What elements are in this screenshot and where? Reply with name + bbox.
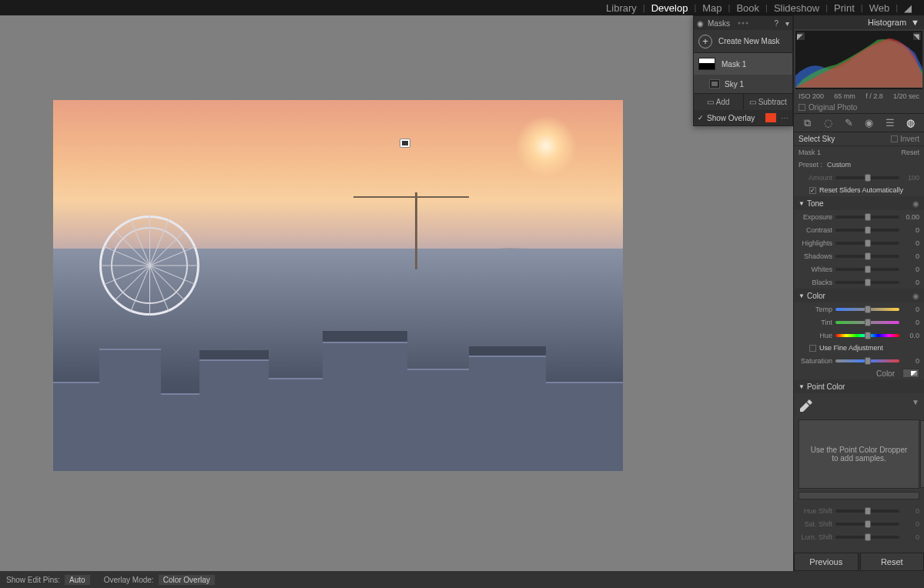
show-overlay-checkbox[interactable]: ✓ [697,115,704,122]
mask-component-label: Sky 1 [725,80,744,89]
pins-label: Show Edit Pins: [6,576,60,584]
histogram-header[interactable]: Histogram ▼ [794,15,924,29]
mask-pin-icon[interactable] [400,139,410,148]
auto-reset-label: Reset Sliders Automatically [819,186,903,194]
mask-subtract-button[interactable]: ▭ Subtract [744,93,793,110]
sat-shift-slider[interactable] [835,523,899,526]
mask-thumb-icon [698,58,715,70]
exif-shutter: 1/20 sec [893,92,919,100]
preset-label: Preset : [798,161,822,169]
triangle-icon: ▼ [911,18,919,27]
invert-toggle[interactable]: Invert [891,135,919,143]
module-map[interactable]: Map [696,2,728,14]
eye-icon[interactable]: ◉ [912,199,919,208]
create-mask-label: Create New Mask [718,37,779,45]
crane-graphic [377,192,469,269]
module-web[interactable]: Web [863,2,896,14]
photo-canvas[interactable] [0,15,676,571]
gradient-tool-icon[interactable]: ☰ [884,117,896,129]
point-color-range-strip[interactable] [798,492,919,499]
amount-slider[interactable] [835,176,899,179]
color-header[interactable]: ▼Color◉ [794,289,924,302]
module-print[interactable]: Print [828,2,861,14]
preset-dropdown[interactable]: Custom [827,161,851,169]
sky-mask-icon [709,79,720,89]
module-slideshow[interactable]: Slideshow [768,2,825,14]
masks-panel-header[interactable]: ◉ Masks ? ▾ [694,16,792,30]
histogram-display[interactable]: ◤ ◥ [795,31,922,89]
original-photo-toggle[interactable]: Original Photo [794,102,924,114]
fine-adjust-label: Use Fine Adjustment [819,344,883,352]
highlights-slider[interactable] [835,242,899,245]
reset-button[interactable]: Reset [860,553,925,571]
color-swatch-label: Color [876,369,895,378]
ferris-wheel-graphic [99,215,199,316]
point-color-menu-icon[interactable]: ▼ [912,398,919,406]
hue-shift-slider[interactable] [835,509,899,513]
eye-icon[interactable]: ◉ [697,19,708,28]
point-color-sidebar [920,420,924,488]
eye-icon[interactable]: ◉ [912,292,919,300]
tint-slider[interactable] [835,321,899,324]
point-color-well[interactable]: Use the Point Color Dropper to add sampl… [798,419,919,489]
lum-shift-slider[interactable] [835,536,899,539]
brush-tool-icon[interactable]: ✎ [842,117,855,129]
auto-reset-checkbox[interactable]: ✓ [809,187,816,194]
mask-name-label: Mask 1 [798,149,821,156]
amount-value: 100 [902,174,919,182]
saturation-slider[interactable] [835,359,899,362]
amount-label: Amount [798,174,832,182]
overlay-mode-label: Overlay Mode: [104,576,154,584]
create-mask-button[interactable]: + Create New Mask [694,30,792,53]
module-library[interactable]: Library [600,2,643,14]
overlay-mode-dropdown[interactable]: Color Overlay [159,575,215,585]
exposure-slider[interactable] [835,215,899,219]
mask-item-label: Mask 1 [721,60,746,68]
exif-aperture: f / 2.8 [865,92,883,100]
heal-tool-icon[interactable]: ◌ [822,117,834,129]
blacks-slider[interactable] [835,281,899,284]
overlay-menu-icon[interactable]: ⋯ [781,114,789,122]
checkbox-icon [798,104,805,111]
shadows-slider[interactable] [835,255,899,258]
workspace: ◉ Masks ? ▾ + Create New Mask Mask 1 Sky… [0,15,924,571]
module-bar: Library| Develop| Map| Book| Slideshow| … [0,0,924,15]
pins-dropdown[interactable]: Auto [65,575,90,585]
exif-focal: 65 mm [834,92,855,100]
redeye-tool-icon[interactable]: ◉ [863,117,875,129]
overlay-color-swatch[interactable] [765,113,776,122]
module-develop[interactable]: Develop [645,2,695,14]
color-swatch-button[interactable] [902,369,919,378]
mask-tool-icon[interactable]: ◍ [905,117,917,129]
add-rect-icon: ▭ [707,98,714,106]
dropper-icon[interactable] [798,398,814,413]
exif-iso: ISO 200 [798,92,824,100]
photo-preview [53,100,623,471]
fine-adjust-checkbox[interactable] [809,345,816,352]
tone-header[interactable]: ▼Tone◉ [794,196,924,210]
contrast-slider[interactable] [835,229,899,232]
crop-tool-icon[interactable]: ⧉ [801,117,813,129]
previous-button[interactable]: Previous [794,553,859,571]
subtract-rect-icon: ▭ [749,98,756,106]
tool-strip: ⧉ ◌ ✎ ◉ ☰ ◍ [794,114,924,132]
mask-component-item[interactable]: Sky 1 [694,75,792,93]
whites-slider[interactable] [835,268,899,271]
bottom-toolbar: Show Edit Pins: Auto Overlay Mode: Color… [0,571,924,588]
module-more-icon[interactable]: ◢ [898,2,918,14]
mask-item[interactable]: Mask 1 [694,53,792,75]
right-panel: Histogram ▼ ◤ ◥ ISO 200 65 mm f / 2.8 1/… [793,15,924,571]
select-sky-row: Select Sky Invert [794,132,924,146]
hue-slider[interactable] [835,334,899,337]
point-color-header[interactable]: ▼Point Color [794,379,924,393]
help-icon[interactable]: ? [774,19,778,28]
plus-icon: + [698,35,712,48]
module-book[interactable]: Book [730,2,765,14]
mask-add-button[interactable]: ▭ Add [694,93,744,110]
show-overlay-label: Show Overlay [707,114,755,122]
show-overlay-row: ✓ Show Overlay ⋯ [694,110,792,125]
mask-reset-link[interactable]: Reset [901,149,919,156]
temp-slider[interactable] [835,308,899,311]
close-icon[interactable]: ▾ [785,19,789,28]
masks-title: Masks [708,19,730,28]
